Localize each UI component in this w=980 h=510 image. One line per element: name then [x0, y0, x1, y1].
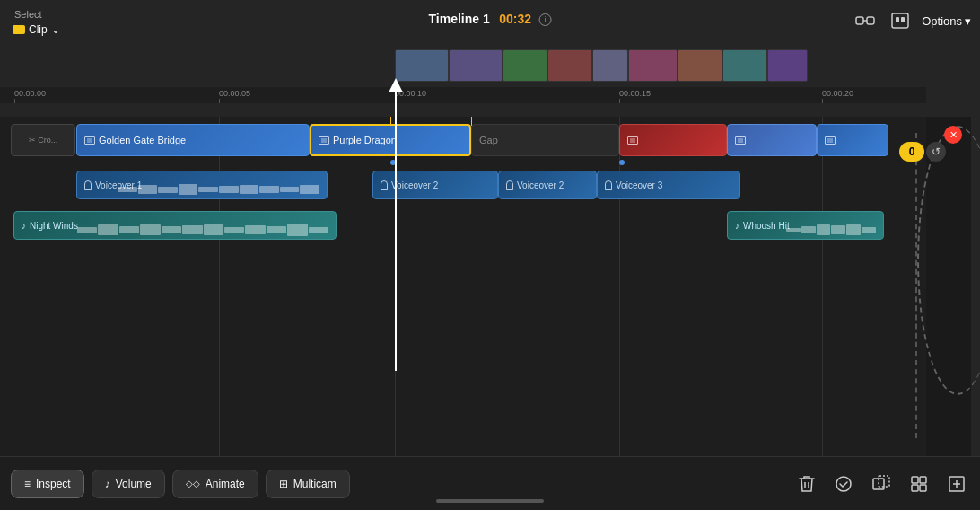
multicam-button[interactable]: ⊞ Multicam	[266, 470, 350, 498]
animate-label: Animate	[206, 478, 245, 490]
clip-right1[interactable]	[619, 124, 727, 156]
timeline-ruler: 00:00:00 00:00:05 00:00:10 00:00:15 00:0…	[0, 87, 926, 103]
playhead[interactable]	[395, 84, 397, 371]
options-button[interactable]: Options ▾	[922, 14, 971, 28]
delete-button[interactable]	[795, 471, 818, 497]
audio-clip-vo2a[interactable]: Voiceover 2	[372, 171, 498, 199]
title-area: Timeline 1 00:32 i	[429, 11, 552, 27]
clip-night-winds[interactable]: ♪ Night Winds	[13, 211, 337, 240]
audio-clip-vo1[interactable]: Voiceover 1	[76, 171, 328, 199]
vo3-label: Voiceover 3	[616, 180, 662, 190]
badge-zero[interactable]: 0	[899, 142, 924, 162]
wave-bar	[119, 226, 139, 233]
clip-golden-gate[interactable]: Golden Gate Bridge	[76, 124, 310, 156]
header-right-buttons: Options ▾	[852, 9, 971, 32]
film-icon	[84, 136, 95, 145]
svg-rect-3	[892, 13, 908, 28]
filmstrip-item	[628, 49, 678, 82]
arrow-icon: ↺	[932, 145, 941, 158]
film-icon	[735, 136, 746, 145]
link-icon	[855, 13, 875, 29]
options-arrow-icon: ▾	[965, 14, 971, 28]
inspect-label: Inspect	[36, 478, 71, 490]
ruler-tick	[822, 99, 823, 103]
check-circle-icon	[835, 475, 853, 493]
toolbar-right	[795, 471, 969, 497]
svg-rect-5	[901, 17, 905, 22]
wave-bar	[846, 224, 861, 234]
transform2-button[interactable]	[906, 471, 932, 497]
volume-label: Volume	[116, 478, 152, 490]
transform2-icon	[910, 475, 928, 493]
options-label: Options	[922, 14, 962, 28]
wave-bar	[138, 185, 158, 194]
transform1-button[interactable]	[869, 471, 894, 497]
clip-selector[interactable]: Clip ⌄	[13, 23, 60, 36]
mic-icon	[605, 180, 612, 190]
filmstrip-item	[678, 49, 722, 82]
check-button[interactable]	[831, 471, 856, 497]
clip-gap[interactable]: Gap	[471, 124, 619, 156]
ruler-tick	[219, 99, 220, 103]
whoosh-label: Whoosh Hit	[743, 221, 790, 231]
wave-bar	[831, 225, 845, 234]
wave-bar	[158, 187, 178, 193]
volume-button[interactable]: ♪ Volume	[92, 470, 165, 498]
filmstrip-item	[449, 49, 503, 82]
wave-bar	[300, 185, 319, 193]
filmstrip-item	[547, 49, 592, 82]
timeline-info-icon[interactable]: i	[538, 13, 551, 26]
wave-bar	[179, 184, 198, 194]
audio-clip-vo2b[interactable]: Voiceover 2	[498, 171, 597, 199]
music-icon: ♪	[735, 221, 739, 231]
timeline-area[interactable]: ✂ Cro... Golden Gate Bridge Purple Drago…	[0, 117, 926, 456]
film-icon	[825, 136, 836, 145]
audio-clip-vo3[interactable]: Voiceover 3	[597, 171, 740, 199]
bottom-toolbar: ≡ Inspect ♪ Volume ◇◇ Animate ⊞ Multicam	[0, 456, 980, 510]
scroll-indicator	[436, 499, 544, 503]
film-icon	[627, 136, 638, 145]
inspect-button[interactable]: ≡ Inspect	[11, 470, 84, 498]
film-icon	[319, 136, 329, 145]
wave-bar	[98, 224, 118, 234]
wave-bar	[118, 187, 137, 192]
wave-bar	[309, 227, 328, 233]
timeline-duration: 00:32	[499, 12, 531, 26]
multicam-icon: ⊞	[279, 478, 288, 490]
clip-whoosh[interactable]: ♪ Whoosh Hit	[727, 211, 884, 240]
music-track: ♪ Night Winds ♪ Whoosh Hit	[0, 211, 926, 243]
grid-line	[219, 117, 220, 456]
wave-bar	[204, 224, 223, 235]
filmstrip-area	[395, 49, 926, 82]
wave-bar	[287, 224, 307, 235]
export-button[interactable]	[888, 9, 913, 32]
grid-line	[822, 117, 823, 456]
close-badge[interactable]: ✕	[944, 126, 962, 144]
wave-bar	[280, 187, 300, 192]
clip-right3[interactable]	[817, 124, 888, 156]
vo2a-label: Voiceover 2	[391, 180, 438, 190]
snap-dot	[619, 160, 625, 165]
wave-bar	[198, 187, 218, 192]
filmstrip-item	[722, 49, 767, 82]
clip-purple-dragon[interactable]: Purple Dragon	[310, 124, 471, 156]
waveform-music	[77, 224, 328, 236]
badge-arrow[interactable]: ↺	[926, 142, 946, 162]
svg-rect-11	[912, 477, 918, 483]
ruler-tick	[14, 99, 15, 103]
svg-rect-0	[856, 17, 863, 24]
filmstrip-item	[592, 49, 628, 82]
svg-rect-1	[867, 17, 874, 24]
extend-button[interactable]	[944, 471, 969, 497]
animate-icon: ◇◇	[186, 479, 200, 488]
wave-bar	[162, 226, 181, 233]
link-clips-button[interactable]	[852, 9, 879, 32]
trash-icon	[799, 475, 815, 493]
mic-icon	[506, 180, 513, 190]
timeline-title: Timeline 1	[429, 12, 490, 26]
clip-right2[interactable]	[727, 124, 817, 156]
animate-button[interactable]: ◇◇ Animate	[172, 470, 258, 498]
waveform-whoosh	[786, 224, 876, 236]
svg-point-8	[836, 477, 851, 491]
main-video-track: Golden Gate Bridge Purple Dragon Gap	[0, 124, 926, 160]
